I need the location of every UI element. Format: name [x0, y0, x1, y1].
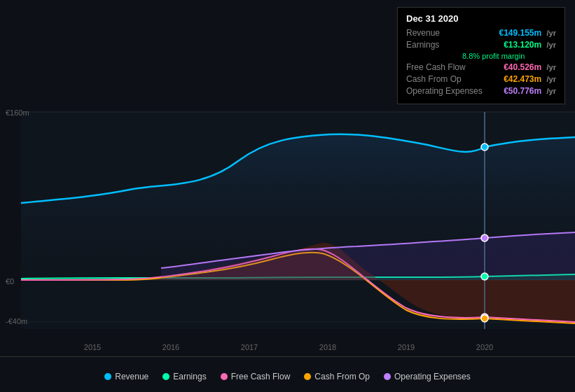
x-label-2020: 2020 — [476, 343, 493, 351]
legend-divider — [0, 356, 575, 357]
tooltip-row-earnings: Earnings €13.120m /yr — [406, 40, 556, 50]
svg-point-10 — [481, 315, 488, 322]
legend: Revenue Earnings Free Cash Flow Cash Fro… — [0, 372, 575, 382]
legend-dot-fcf — [221, 373, 228, 380]
tooltip-row-revenue: Revenue €149.155m /yr — [406, 28, 556, 38]
legend-item-revenue[interactable]: Revenue — [104, 372, 148, 382]
tooltip-value-fcf: €40.526m /yr — [504, 62, 556, 72]
tooltip-date: Dec 31 2020 — [406, 13, 556, 24]
x-label-2016: 2016 — [162, 343, 179, 351]
legend-label-opex: Operating Expenses — [394, 372, 471, 382]
tooltip-value-revenue: €149.155m /yr — [499, 28, 556, 38]
y-label-0: €0 — [6, 277, 14, 286]
tooltip-label-opex: Operating Expenses — [406, 86, 483, 96]
legend-dot-cashfromop — [304, 373, 311, 380]
legend-dot-opex — [384, 373, 391, 380]
x-label-2017: 2017 — [241, 343, 258, 351]
tooltip-value-cashfromop: €42.473m /yr — [504, 74, 556, 84]
tooltip-label-fcf: Free Cash Flow — [406, 62, 466, 72]
legend-item-earnings[interactable]: Earnings — [162, 372, 206, 382]
tooltip-sub-margin: 8.8% profit margin — [462, 52, 556, 60]
tooltip-row-fcf: Free Cash Flow €40.526m /yr — [406, 62, 556, 72]
legend-item-opex[interactable]: Operating Expenses — [384, 372, 471, 382]
y-label-neg40m: -€40m — [6, 317, 27, 326]
legend-label-revenue: Revenue — [115, 372, 148, 382]
legend-item-cashfromop[interactable]: Cash From Op — [304, 372, 370, 382]
tooltip-value-earnings: €13.120m /yr — [504, 40, 556, 50]
legend-item-fcf[interactable]: Free Cash Flow — [221, 372, 291, 382]
legend-dot-revenue — [104, 373, 111, 380]
tooltip-label-earnings: Earnings — [406, 40, 439, 50]
tooltip-label-cashfromop: Cash From Op — [406, 74, 462, 84]
tooltip-value-opex: €50.776m /yr — [504, 86, 556, 96]
legend-label-earnings: Earnings — [173, 372, 206, 382]
tooltip-label-revenue: Revenue — [406, 28, 440, 38]
legend-label-fcf: Free Cash Flow — [231, 372, 291, 382]
chart-container: Dec 31 2020 Revenue €149.155m /yr Earnin… — [0, 0, 575, 392]
svg-point-8 — [481, 273, 488, 280]
tooltip-box: Dec 31 2020 Revenue €149.155m /yr Earnin… — [397, 7, 565, 104]
legend-label-cashfromop: Cash From Op — [314, 372, 370, 382]
x-label-2019: 2019 — [398, 343, 415, 351]
tooltip-row-cashfromop: Cash From Op €42.473m /yr — [406, 74, 556, 84]
svg-point-7 — [481, 144, 488, 150]
tooltip-row-opex: Operating Expenses €50.776m /yr — [406, 86, 556, 96]
y-label-160m: €160m — [6, 108, 29, 117]
legend-dot-earnings — [162, 373, 169, 380]
svg-point-11 — [481, 234, 488, 241]
x-label-2018: 2018 — [319, 343, 336, 351]
x-label-2015: 2015 — [84, 343, 101, 351]
